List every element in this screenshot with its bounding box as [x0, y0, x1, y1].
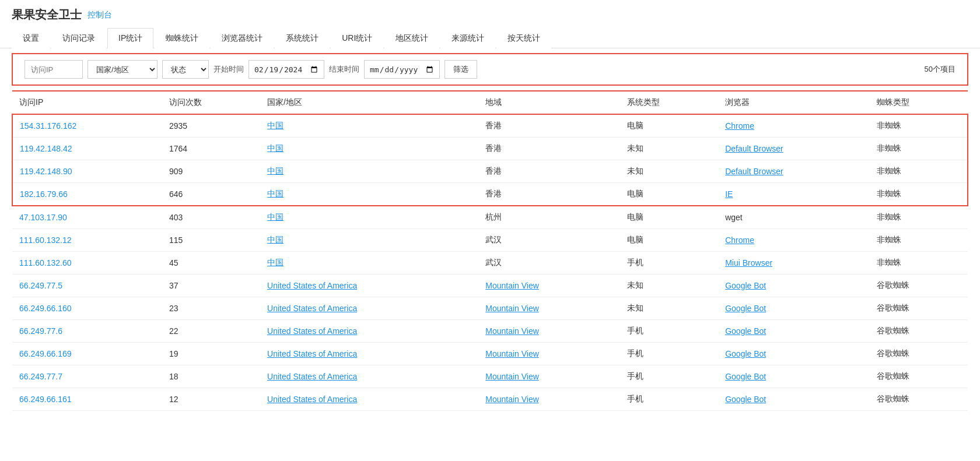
cell-region: 香港: [478, 183, 620, 206]
cell-ip[interactable]: 66.249.77.6: [12, 320, 162, 343]
filter-bar: 国家/地区 状态 正常 封禁 开始时间 结束时间 筛选 50个项目: [12, 53, 968, 86]
col-spider: 蜘蛛类型: [870, 91, 968, 114]
cell-ip[interactable]: 66.249.66.161: [12, 388, 162, 411]
cell-os: 未知: [620, 160, 718, 183]
cell-spider: 非蜘蛛: [870, 114, 968, 138]
cell-visits: 646: [162, 183, 260, 206]
table-row: 111.60.132.6045中国武汉手机Miui Browser非蜘蛛: [12, 252, 968, 275]
filter-button[interactable]: 筛选: [444, 60, 477, 79]
table-row: 66.249.66.16919United States of AmericaM…: [12, 343, 968, 365]
ip-stats-table: 访问IP访问次数国家/地区地域系统类型浏览器蜘蛛类型 154.31.176.16…: [12, 90, 968, 411]
tab-region-stats[interactable]: 地区统计: [384, 28, 439, 48]
cell-ip[interactable]: 47.103.17.90: [12, 206, 162, 229]
cell-browser[interactable]: Chrome: [718, 229, 870, 252]
end-date-input[interactable]: [364, 60, 440, 79]
cell-browser[interactable]: Miui Browser: [718, 252, 870, 275]
cell-ip[interactable]: 182.16.79.66: [12, 183, 162, 206]
cell-visits: 22: [162, 320, 260, 343]
tab-settings[interactable]: 设置: [12, 28, 50, 48]
cell-browser[interactable]: Default Browser: [718, 160, 870, 183]
col-os: 系统类型: [620, 91, 718, 114]
status-filter-select[interactable]: 状态 正常 封禁: [162, 60, 209, 79]
cell-ip[interactable]: 111.60.132.60: [12, 252, 162, 275]
ip-filter-input[interactable]: [24, 60, 83, 79]
cell-region[interactable]: Mountain View: [478, 297, 620, 320]
table-row: 66.249.77.718United States of AmericaMou…: [12, 365, 968, 388]
cell-country[interactable]: 中国: [260, 160, 478, 183]
cell-browser[interactable]: Google Bot: [718, 343, 870, 365]
cell-region[interactable]: Mountain View: [478, 275, 620, 297]
control-link[interactable]: 控制台: [88, 10, 112, 20]
tab-bar: 设置访问记录IP统计蜘蛛统计浏览器统计系统统计URI统计地区统计来源统计按天统计: [0, 27, 980, 48]
cell-region[interactable]: Mountain View: [478, 388, 620, 411]
cell-browser[interactable]: Chrome: [718, 114, 870, 138]
cell-visits: 909: [162, 160, 260, 183]
cell-country[interactable]: United States of America: [260, 388, 478, 411]
cell-region[interactable]: Mountain View: [478, 343, 620, 365]
cell-os: 手机: [620, 320, 718, 343]
cell-browser[interactable]: Google Bot: [718, 297, 870, 320]
cell-os: 手机: [620, 365, 718, 388]
cell-country[interactable]: 中国: [260, 114, 478, 138]
cell-visits: 2935: [162, 114, 260, 138]
tab-system-stats[interactable]: 系统统计: [275, 28, 330, 48]
cell-spider: 非蜘蛛: [870, 229, 968, 252]
cell-country[interactable]: 中国: [260, 138, 478, 160]
cell-browser[interactable]: Default Browser: [718, 138, 870, 160]
cell-ip[interactable]: 111.60.132.12: [12, 229, 162, 252]
header: 果果安全卫士 控制台: [0, 0, 980, 27]
cell-browser[interactable]: Google Bot: [718, 320, 870, 343]
cell-ip[interactable]: 66.249.66.169: [12, 343, 162, 365]
cell-region[interactable]: Mountain View: [478, 320, 620, 343]
cell-spider: 谷歌蜘蛛: [870, 297, 968, 320]
cell-spider: 谷歌蜘蛛: [870, 320, 968, 343]
cell-country[interactable]: United States of America: [260, 343, 478, 365]
cell-country[interactable]: 中国: [260, 252, 478, 275]
cell-visits: 18: [162, 365, 260, 388]
cell-visits: 403: [162, 206, 260, 229]
cell-ip[interactable]: 154.31.176.162: [12, 114, 162, 138]
cell-visits: 1764: [162, 138, 260, 160]
cell-ip[interactable]: 66.249.77.5: [12, 275, 162, 297]
tab-browser-stats[interactable]: 浏览器统计: [211, 28, 274, 48]
table-row: 111.60.132.12115中国武汉电脑Chrome非蜘蛛: [12, 229, 968, 252]
col-region: 地域: [478, 91, 620, 114]
table-row: 119.42.148.421764中国香港未知Default Browser非蜘…: [12, 138, 968, 160]
tab-daily-stats[interactable]: 按天统计: [496, 28, 551, 48]
tab-access-log[interactable]: 访问记录: [51, 28, 106, 48]
cell-region[interactable]: Mountain View: [478, 365, 620, 388]
cell-spider: 非蜘蛛: [870, 138, 968, 160]
cell-visits: 115: [162, 229, 260, 252]
cell-browser[interactable]: Google Bot: [718, 388, 870, 411]
tab-spider-stats[interactable]: 蜘蛛统计: [155, 28, 209, 48]
cell-os: 电脑: [620, 229, 718, 252]
cell-country[interactable]: United States of America: [260, 297, 478, 320]
table-row: 182.16.79.66646中国香港电脑IE非蜘蛛: [12, 183, 968, 206]
cell-os: 手机: [620, 388, 718, 411]
cell-ip[interactable]: 119.42.148.42: [12, 138, 162, 160]
cell-ip[interactable]: 119.42.148.90: [12, 160, 162, 183]
cell-region: 武汉: [478, 229, 620, 252]
cell-country[interactable]: United States of America: [260, 320, 478, 343]
tab-source-stats[interactable]: 来源统计: [440, 28, 495, 48]
cell-spider: 非蜘蛛: [870, 160, 968, 183]
end-time-label: 结束时间: [329, 64, 359, 75]
start-date-input[interactable]: [249, 60, 324, 79]
cell-os: 未知: [620, 297, 718, 320]
cell-region: 杭州: [478, 206, 620, 229]
cell-region: 武汉: [478, 252, 620, 275]
cell-ip[interactable]: 66.249.66.160: [12, 297, 162, 320]
tab-ip-stats[interactable]: IP统计: [107, 28, 153, 48]
cell-browser[interactable]: Google Bot: [718, 365, 870, 388]
cell-browser[interactable]: IE: [718, 183, 870, 206]
cell-ip[interactable]: 66.249.77.7: [12, 365, 162, 388]
cell-country[interactable]: United States of America: [260, 275, 478, 297]
cell-country[interactable]: United States of America: [260, 365, 478, 388]
table-row: 66.249.66.16023United States of AmericaM…: [12, 297, 968, 320]
tab-uri-stats[interactable]: URI统计: [331, 28, 383, 48]
cell-country[interactable]: 中国: [260, 206, 478, 229]
cell-country[interactable]: 中国: [260, 183, 478, 206]
cell-browser[interactable]: Google Bot: [718, 275, 870, 297]
country-filter-select[interactable]: 国家/地区: [88, 60, 158, 79]
cell-country[interactable]: 中国: [260, 229, 478, 252]
